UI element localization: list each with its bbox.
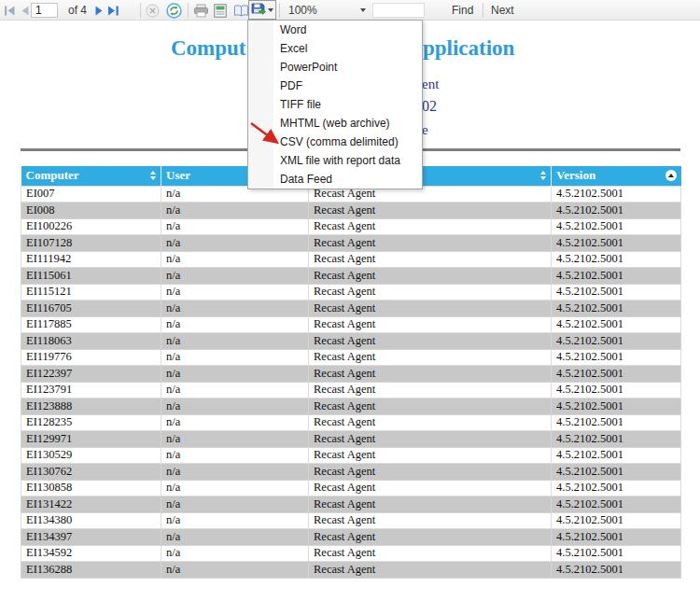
- table-cell: 4.5.2102.5001: [552, 414, 681, 431]
- table-cell: Recast Agent: [309, 431, 552, 448]
- table-cell: 4.5.2102.5001: [552, 382, 681, 398]
- sort-icon[interactable]: [540, 171, 546, 180]
- table-cell: 4.5.2102.5001: [552, 268, 681, 285]
- table-cell: Recast Agent: [309, 251, 552, 268]
- table-header-version[interactable]: Version: [552, 166, 681, 186]
- table-row: EI130762n/aRecast Agent4.5.2102.5001: [21, 464, 681, 481]
- sort-ascending-icon[interactable]: [665, 170, 677, 181]
- page-setup-button[interactable]: [233, 0, 249, 21]
- table-cell: EI130858: [21, 480, 161, 496]
- table-cell: n/a: [161, 284, 309, 300]
- report-title-fragment-right: pplication: [423, 36, 514, 61]
- table-cell: n/a: [161, 366, 309, 383]
- table-row: EI100226n/aRecast Agent4.5.2102.5001: [21, 218, 681, 235]
- table-cell: n/a: [161, 464, 309, 481]
- export-menu-item[interactable]: Word: [248, 21, 422, 39]
- column-label: User: [166, 168, 190, 183]
- table-cell: Recast Agent: [309, 203, 552, 219]
- export-menu-item[interactable]: PowerPoint: [248, 58, 422, 77]
- refresh-icon: [166, 3, 182, 19]
- report-subtitle-fragment: e: [422, 122, 428, 138]
- zoom-caret-icon: [360, 8, 366, 12]
- refresh-button[interactable]: [166, 0, 182, 21]
- table-cell: n/a: [161, 218, 309, 235]
- sort-up-arrow: [540, 171, 546, 175]
- toolbar-separator: [188, 3, 189, 18]
- next-page-button[interactable]: [94, 0, 105, 21]
- table-cell: n/a: [161, 562, 309, 579]
- printer-icon: [193, 4, 209, 18]
- table-cell: Recast Agent: [309, 545, 552, 562]
- table-cell: 4.5.2102.5001: [552, 562, 681, 579]
- table-row: EI122397n/aRecast Agent4.5.2102.5001: [21, 366, 681, 383]
- sort-arrow: [668, 174, 674, 177]
- table-row: EI008n/aRecast Agent4.5.2102.5001: [21, 203, 681, 219]
- table-cell: EI134592: [21, 545, 161, 562]
- sort-icon[interactable]: [150, 171, 156, 180]
- table-cell: Recast Agent: [309, 349, 552, 366]
- table-cell: 4.5.2102.5001: [552, 366, 681, 383]
- column-label: Version: [556, 168, 595, 183]
- last-page-button[interactable]: [107, 0, 119, 21]
- report-subtitle-fragment: 02: [422, 98, 437, 115]
- table-cell: 4.5.2102.5001: [552, 431, 681, 448]
- table-cell: Recast Agent: [309, 235, 552, 252]
- first-page-button[interactable]: [4, 0, 16, 21]
- table-row: EI116705n/aRecast Agent4.5.2102.5001: [21, 300, 681, 317]
- table-cell: 4.5.2102.5001: [552, 529, 681, 546]
- table-cell: n/a: [161, 529, 309, 546]
- export-menu-item[interactable]: TIFF file: [248, 95, 422, 114]
- table-row: EI111942n/aRecast Agent4.5.2102.5001: [21, 251, 681, 268]
- table-row: EI134380n/aRecast Agent4.5.2102.5001: [21, 512, 681, 529]
- table-row: EI136288n/aRecast Agent4.5.2102.5001: [21, 562, 681, 579]
- toolbar-separator: [279, 3, 280, 18]
- export-menu-item[interactable]: XML file with report data: [248, 151, 422, 170]
- first-page-icon: [4, 6, 16, 16]
- table-cell: EI130762: [21, 464, 161, 481]
- print-layout-button[interactable]: [214, 0, 227, 21]
- find-next-link[interactable]: Next: [491, 0, 514, 21]
- table-cell: EI136288: [21, 562, 161, 579]
- table-cell: n/a: [161, 398, 309, 415]
- find-link[interactable]: Find: [452, 0, 473, 21]
- table-row: EI128235n/aRecast Agent4.5.2102.5001: [21, 414, 681, 431]
- table-cell: 4.5.2102.5001: [552, 480, 681, 496]
- table-row: EI118063n/aRecast Agent4.5.2102.5001: [21, 333, 681, 350]
- table-cell: 4.5.2102.5001: [552, 447, 681, 464]
- table-cell: EI119776: [21, 349, 161, 366]
- table-row: EI130529n/aRecast Agent4.5.2102.5001: [21, 447, 681, 464]
- table-cell: EI130529: [21, 447, 161, 464]
- table-cell: Recast Agent: [309, 464, 552, 481]
- table-cell: n/a: [161, 414, 309, 431]
- table-row: EI119776n/aRecast Agent4.5.2102.5001: [21, 349, 681, 366]
- table-cell: 4.5.2102.5001: [552, 464, 681, 481]
- table-cell: 4.5.2102.5001: [552, 251, 681, 268]
- page-number-input[interactable]: [31, 3, 58, 18]
- cancel-rendering-button[interactable]: [146, 0, 160, 21]
- table-cell: 4.5.2102.5001: [552, 398, 681, 415]
- export-menu-item[interactable]: Excel: [248, 39, 422, 58]
- table-header-computer[interactable]: Computer: [21, 166, 161, 186]
- zoom-select[interactable]: 100%: [283, 0, 371, 21]
- table-cell: n/a: [161, 333, 309, 350]
- table-cell: Recast Agent: [309, 382, 552, 398]
- table-cell: Recast Agent: [309, 300, 552, 317]
- cancel-icon: [146, 4, 160, 18]
- table-cell: 4.5.2102.5001: [552, 218, 681, 235]
- table-cell: Recast Agent: [309, 529, 552, 546]
- export-menu-item[interactable]: Data Feed: [248, 170, 422, 189]
- print-button[interactable]: [193, 0, 209, 21]
- export-button[interactable]: [248, 0, 276, 20]
- table-row: EI134592n/aRecast Agent4.5.2102.5001: [21, 545, 681, 562]
- export-menu-item[interactable]: PDF: [248, 77, 422, 95]
- table-cell: n/a: [161, 480, 309, 496]
- table-cell: Recast Agent: [309, 333, 552, 350]
- table-row: EI115061n/aRecast Agent4.5.2102.5001: [21, 268, 681, 285]
- sort-down-arrow: [540, 176, 546, 180]
- table-cell: 4.5.2102.5001: [552, 300, 681, 317]
- search-input[interactable]: [372, 3, 425, 18]
- table-cell: EI134380: [21, 512, 161, 529]
- previous-page-button[interactable]: [20, 0, 30, 21]
- table-cell: EI118063: [21, 333, 161, 350]
- report-viewer-toolbar: of 4 100% Find Next: [0, 0, 700, 21]
